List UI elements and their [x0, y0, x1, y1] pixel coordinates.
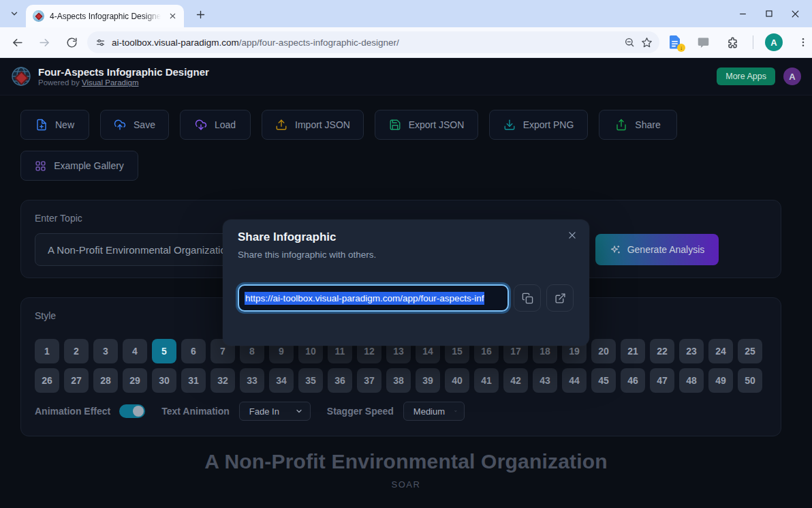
- style-option-39[interactable]: 39: [416, 368, 440, 393]
- new-button-label: New: [55, 119, 74, 130]
- style-option-49[interactable]: 49: [708, 368, 733, 393]
- style-option-24[interactable]: 24: [708, 339, 733, 363]
- style-option-3[interactable]: 3: [93, 339, 118, 363]
- style-option-30[interactable]: 30: [152, 368, 176, 393]
- style-option-40[interactable]: 40: [445, 368, 469, 393]
- style-option-37[interactable]: 37: [357, 368, 381, 393]
- style-option-50[interactable]: 50: [738, 368, 762, 393]
- animation-effect-toggle[interactable]: [119, 404, 145, 418]
- bookmark-star-icon[interactable]: [641, 37, 653, 48]
- style-option-2[interactable]: 2: [64, 339, 89, 363]
- maximize-button[interactable]: [765, 10, 773, 18]
- site-settings-icon[interactable]: [95, 38, 106, 48]
- share-url-selected-text: https://ai-toolbox.visual-paradigm.com/a…: [245, 292, 484, 305]
- style-option-35[interactable]: 35: [298, 368, 323, 393]
- new-tab-button[interactable]: [192, 6, 208, 23]
- style-option-5[interactable]: 5: [152, 339, 176, 363]
- style-option-28[interactable]: 28: [93, 368, 118, 393]
- style-option-36[interactable]: 36: [328, 368, 352, 393]
- external-link-icon: [555, 293, 566, 304]
- style-option-6[interactable]: 6: [181, 339, 206, 363]
- new-button[interactable]: New: [20, 110, 89, 140]
- sparkles-icon: [610, 244, 621, 256]
- style-option-43[interactable]: 43: [533, 368, 557, 393]
- export-png-button-label: Export PNG: [523, 119, 574, 130]
- style-label: Style: [35, 310, 56, 321]
- style-option-26[interactable]: 26: [35, 368, 59, 393]
- style-option-21[interactable]: 21: [621, 339, 645, 363]
- visual-paradigm-link[interactable]: Visual Paradigm: [82, 78, 139, 87]
- browser-menu-kebab-icon[interactable]: [794, 33, 812, 51]
- style-option-41[interactable]: 41: [474, 368, 499, 393]
- tab-favicon-icon: [33, 10, 44, 22]
- style-option-38[interactable]: 38: [386, 368, 411, 393]
- style-option-47[interactable]: 47: [650, 368, 674, 393]
- generate-analysis-label: Generate Analysis: [627, 244, 705, 255]
- style-option-31[interactable]: 31: [181, 368, 206, 393]
- example-gallery-button[interactable]: Example Gallery: [20, 151, 138, 181]
- share-url-input[interactable]: https://ai-toolbox.visual-paradigm.com/a…: [238, 284, 509, 312]
- style-option-20[interactable]: 20: [591, 339, 616, 363]
- style-option-34[interactable]: 34: [269, 368, 294, 393]
- forward-button[interactable]: [35, 33, 53, 51]
- animation-controls: Animation Effect Text Animation Fade In …: [35, 402, 465, 421]
- reading-list-extension-icon[interactable]: ↓: [669, 35, 683, 50]
- zoom-out-icon[interactable]: [624, 37, 635, 48]
- browser-tab[interactable]: 4-Aspects Infographic Designer: [26, 5, 184, 27]
- export-json-button[interactable]: Export JSON: [375, 110, 478, 140]
- modal-close-icon[interactable]: [565, 228, 580, 243]
- export-json-button-label: Export JSON: [409, 119, 465, 130]
- url-host: ai-toolbox.visual-paradigm.com: [112, 38, 239, 48]
- browser-tab-strip: 4-Aspects Infographic Designer: [0, 0, 812, 27]
- minimize-button[interactable]: [738, 10, 747, 18]
- extensions-puzzle-icon[interactable]: [723, 33, 741, 51]
- export-png-button[interactable]: Export PNG: [489, 110, 588, 140]
- style-option-46[interactable]: 46: [621, 368, 645, 393]
- reload-button[interactable]: [63, 33, 80, 51]
- infographic-preview: A Non-Profit Environmental Organization …: [0, 450, 812, 490]
- text-animation-select[interactable]: Fade In: [239, 402, 311, 421]
- tab-search-chevron-icon[interactable]: [5, 4, 23, 23]
- style-option-32[interactable]: 32: [210, 368, 235, 393]
- url-path: /app/four-aspects-infographic-designer/: [239, 38, 399, 48]
- style-option-23[interactable]: 23: [679, 339, 704, 363]
- powered-by: Powered by Visual Paradigm: [38, 78, 209, 87]
- open-link-button[interactable]: [546, 284, 574, 312]
- import-json-button[interactable]: Import JSON: [262, 110, 364, 140]
- user-avatar[interactable]: A: [783, 68, 801, 85]
- style-option-4[interactable]: 4: [123, 339, 147, 363]
- share-button[interactable]: Share: [599, 110, 677, 140]
- address-bar[interactable]: ai-toolbox.visual-paradigm.com/app/four-…: [87, 31, 659, 53]
- style-option-27[interactable]: 27: [64, 368, 89, 393]
- style-option-29[interactable]: 29: [123, 368, 147, 393]
- browser-profile-avatar[interactable]: A: [765, 33, 783, 51]
- more-apps-button[interactable]: More Apps: [717, 68, 775, 85]
- style-option-42[interactable]: 42: [503, 368, 528, 393]
- stagger-speed-select[interactable]: Medium: [403, 402, 465, 421]
- copy-link-button[interactable]: [514, 284, 541, 312]
- style-option-1[interactable]: 1: [35, 339, 59, 363]
- toolbar-divider: [753, 35, 753, 49]
- generate-analysis-button[interactable]: Generate Analysis: [595, 234, 719, 265]
- tab-close-icon[interactable]: [166, 10, 178, 23]
- comment-extension-icon[interactable]: [694, 33, 712, 51]
- style-option-25[interactable]: 25: [738, 339, 762, 363]
- style-option-33[interactable]: 33: [240, 368, 264, 393]
- style-grid: 1234567891011121314151617181920212223242…: [35, 339, 768, 393]
- browser-toolbar: ai-toolbox.visual-paradigm.com/app/four-…: [0, 27, 812, 58]
- save-button[interactable]: Save: [100, 110, 169, 140]
- style-option-48[interactable]: 48: [679, 368, 704, 393]
- preview-title: A Non-Profit Environmental Organization: [0, 450, 812, 473]
- load-button[interactable]: Load: [180, 110, 251, 140]
- style-option-44[interactable]: 44: [562, 368, 587, 393]
- download-badge-icon: ↓: [677, 44, 685, 52]
- style-option-22[interactable]: 22: [650, 339, 674, 363]
- topic-label: Enter Topic: [35, 213, 82, 224]
- text-animation-value: Fade In: [249, 406, 279, 417]
- style-option-45[interactable]: 45: [591, 368, 616, 393]
- modal-title: Share Infographic: [238, 230, 337, 244]
- app-title: Four-Aspects Infographic Designer: [38, 66, 209, 79]
- close-window-button[interactable]: [791, 10, 800, 18]
- back-button[interactable]: [8, 33, 26, 51]
- share-infographic-modal: Share Infographic Share this infographic…: [223, 220, 589, 346]
